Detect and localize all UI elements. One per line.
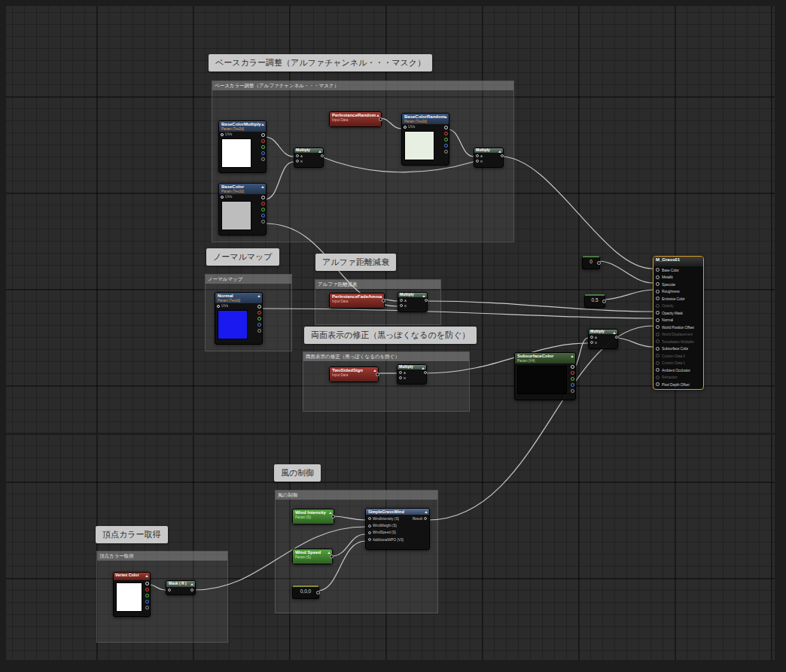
- input-a-pin[interactable]: [296, 154, 299, 157]
- node-normal-map[interactable]: Normal Param (Tex2d) UVs: [215, 292, 263, 345]
- material-result-node[interactable]: M_Grass01 Base Color Metallic Specular R…: [653, 256, 704, 390]
- output-pin[interactable]: [597, 261, 601, 265]
- g-output-pin[interactable]: [257, 317, 261, 321]
- wire-multiply2-to-basecolor-input[interactable]: [501, 157, 653, 269]
- node-constant-half[interactable]: 0.5: [584, 294, 605, 308]
- output-pin[interactable]: [379, 117, 382, 121]
- output-pin[interactable]: [602, 300, 606, 303]
- node-wind-intensity[interactable]: Wind Intensity Param (S): [292, 509, 334, 525]
- wire-basecolor-to-multiply1[interactable]: [265, 162, 294, 199]
- node-perinstancefadeamount[interactable]: PerInstanceFadeAmount Input Data: [329, 293, 385, 309]
- b-output-pin[interactable]: [571, 383, 574, 387]
- material-input-specular[interactable]: Specular: [653, 281, 703, 288]
- node-multiply-2[interactable]: Multiply A B: [474, 147, 504, 168]
- material-graph-canvas[interactable]: ベースカラー調整（アルファチャンネル・・・マスク） ノーマルマップ アルファ距離…: [0, 0, 786, 672]
- node-basecolorrandom[interactable]: BaseColorRandom Param (Tex2d) UVs: [401, 113, 449, 166]
- b-output-pin[interactable]: [257, 323, 261, 327]
- a-output-pin[interactable]: [571, 389, 574, 393]
- g-output-pin[interactable]: [261, 145, 265, 149]
- wire-consthalf-to-roughness-input[interactable]: [604, 290, 653, 300]
- uvs-input-pin[interactable]: UVs: [217, 304, 228, 308]
- node-perinstancerandom[interactable]: PerInstanceRandom Input Data: [329, 111, 382, 127]
- additionalwpo-input-pin[interactable]: [368, 538, 371, 541]
- r-output-pin[interactable]: [571, 371, 574, 375]
- input-b-pin[interactable]: [399, 376, 402, 379]
- wire-windspeed-to-grasswind[interactable]: [331, 534, 365, 556]
- wire-multiply5-to-subsurface-input[interactable]: [615, 338, 653, 347]
- wire-windintensity-to-grasswind[interactable]: [333, 516, 365, 520]
- output-pin[interactable]: [330, 555, 334, 558]
- uvs-input-pin[interactable]: UVs: [221, 132, 232, 136]
- material-input-subsurface-color[interactable]: Subsurface Color: [653, 345, 703, 353]
- wire-constzero-to-specular-input[interactable]: [599, 261, 653, 283]
- output-pin[interactable]: [501, 154, 504, 157]
- material-input-opacity[interactable]: Opacity: [653, 303, 703, 310]
- material-input-custom-data-0[interactable]: Custom Data 0: [653, 352, 703, 360]
- input-a-pin[interactable]: [400, 299, 403, 302]
- r-output-pin[interactable]: [261, 139, 265, 143]
- wire-perinstancerandom-to-basecolorrandom[interactable]: [380, 118, 401, 129]
- node-simplegrasswind[interactable]: SimpleGrassWind WindIntensity (S) Result…: [365, 508, 430, 550]
- windweight-input-pin[interactable]: [368, 525, 371, 528]
- material-input-roughness[interactable]: Roughness: [653, 288, 703, 296]
- a-output-pin[interactable]: [145, 606, 149, 610]
- input-b-pin[interactable]: [400, 304, 403, 307]
- material-input-refraction[interactable]: Refraction: [653, 374, 703, 382]
- input-b-pin[interactable]: [296, 160, 299, 163]
- r-output-pin[interactable]: [261, 202, 265, 205]
- input-pin[interactable]: [168, 588, 171, 591]
- material-input-normal[interactable]: Normal: [653, 317, 703, 324]
- rgb-output-pin[interactable]: [444, 126, 448, 129]
- node-wind-speed[interactable]: Wind Speed Param (S): [292, 549, 333, 564]
- node-multiply-1[interactable]: Multiply A B: [294, 147, 324, 168]
- g-output-pin[interactable]: [145, 594, 149, 598]
- material-input-base-color[interactable]: Base Color: [653, 266, 703, 274]
- wire-basecolorrandom-to-multiply2[interactable]: [448, 129, 474, 157]
- material-input-opacity-mask[interactable]: Opacity Mask: [653, 309, 703, 317]
- material-input-world-position-offset[interactable]: World Position Offset: [653, 324, 703, 331]
- b-output-pin[interactable]: [261, 214, 265, 217]
- a-output-pin[interactable]: [257, 329, 261, 333]
- rgb-output-pin[interactable]: [145, 582, 149, 585]
- output-pin[interactable]: [331, 515, 335, 518]
- node-basecolor[interactable]: BaseColor Param (Tex2d) UVs: [218, 183, 267, 236]
- input-a-pin[interactable]: [590, 336, 593, 339]
- g-output-pin[interactable]: [261, 208, 265, 211]
- output-pin[interactable]: [425, 299, 428, 302]
- node-twosidedsign[interactable]: TwoSidedSign Input Data: [329, 366, 379, 382]
- wire-mask-to-grasswind-weight[interactable]: [194, 527, 365, 590]
- rgb-output-pin[interactable]: [257, 305, 261, 309]
- material-input-custom-data-1[interactable]: Custom Data 1: [653, 360, 703, 367]
- node-multiply-5[interactable]: Multiply A B: [588, 329, 618, 349]
- g-output-pin[interactable]: [444, 138, 448, 141]
- result-output-pin[interactable]: [424, 517, 427, 520]
- input-a-pin[interactable]: [399, 371, 402, 374]
- output-pin[interactable]: [190, 588, 193, 591]
- wire-basecolormultiply-to-multiply1[interactable]: [265, 137, 294, 157]
- node-constant-zero[interactable]: 0: [582, 256, 600, 269]
- node-constant-vec3[interactable]: 0,0,0: [292, 585, 319, 599]
- windintensity-input-pin[interactable]: [368, 517, 371, 520]
- a-output-pin[interactable]: [261, 157, 265, 161]
- output-pin[interactable]: [615, 336, 618, 339]
- r-output-pin[interactable]: [257, 311, 261, 315]
- output-pin[interactable]: [316, 591, 320, 594]
- b-output-pin[interactable]: [145, 600, 149, 604]
- input-a-pin[interactable]: [476, 154, 479, 157]
- node-vertexcolor[interactable]: Vertex Color: [113, 572, 151, 617]
- input-b-pin[interactable]: [476, 160, 479, 163]
- uvs-input-pin[interactable]: UVs: [404, 125, 415, 129]
- output-pin[interactable]: [382, 299, 385, 303]
- a-output-pin[interactable]: [261, 220, 265, 223]
- g-output-pin[interactable]: [571, 377, 574, 381]
- node-multiply-4[interactable]: Multiply A B: [397, 364, 427, 385]
- node-subsurfacecolor[interactable]: SubsurfaceColor Param (V4): [514, 352, 576, 400]
- material-input-ambient-occlusion[interactable]: Ambient Occlusion: [653, 366, 703, 374]
- rgb-output-pin[interactable]: [261, 133, 265, 137]
- wire-multiply1-to-multiply2[interactable]: [321, 157, 474, 172]
- wire-multiply3-to-opacitymask-input[interactable]: [425, 301, 653, 312]
- material-input-tessellation-multiplier[interactable]: Tessellation Multiplier: [653, 338, 703, 345]
- material-input-pixel-depth-offset[interactable]: Pixel Depth Offset: [653, 381, 703, 388]
- input-b-pin[interactable]: [590, 341, 593, 344]
- node-component-mask-r[interactable]: Mask ( R ): [166, 580, 196, 595]
